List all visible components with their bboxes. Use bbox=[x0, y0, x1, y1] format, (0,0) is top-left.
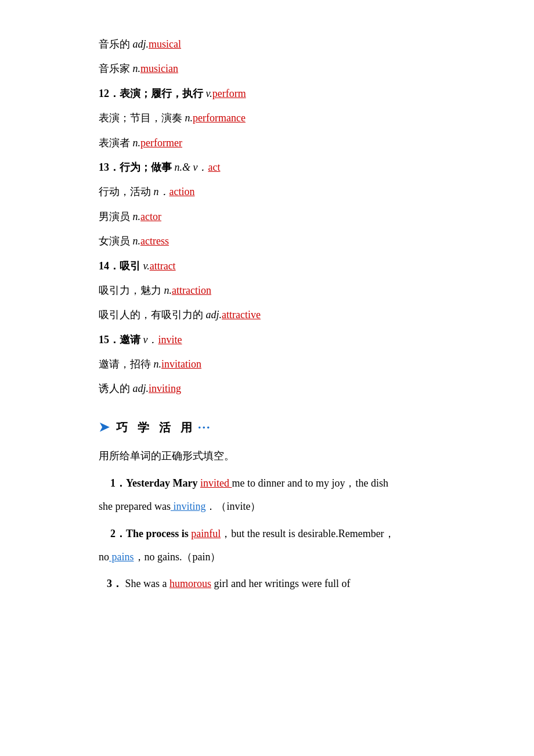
word-performer[interactable]: performer bbox=[140, 137, 182, 149]
word-inviting[interactable]: inviting bbox=[149, 383, 181, 394]
word-invitation[interactable]: invitation bbox=[161, 358, 201, 370]
exercise-1-mid: me to dinner and to my joy，the dish bbox=[232, 477, 388, 489]
exercise-1-num: 1．Yesterday Mary bbox=[110, 477, 200, 489]
chinese-text: 表演；节目，演奏 bbox=[99, 112, 182, 124]
exercise-1-answer2: inviting bbox=[171, 501, 206, 512]
exercise-intro: 用所给单词的正确形式填空。 bbox=[99, 447, 435, 465]
word-performance[interactable]: performance bbox=[193, 112, 246, 124]
entry-attract: 14．吸引 v.attract bbox=[99, 257, 435, 275]
entry-attractive: 吸引人的，有吸引力的 adj.attractive bbox=[99, 305, 435, 324]
exercise-1-answer1: invited bbox=[200, 477, 232, 489]
exercise-2-answer1: painful bbox=[191, 528, 221, 539]
chinese-text: 男演员 bbox=[99, 211, 130, 222]
entry-invitation: 邀请，招待 n.invitation bbox=[99, 355, 435, 373]
pos-label: n. bbox=[164, 285, 172, 296]
pos-label: n. bbox=[133, 63, 141, 74]
word-musical[interactable]: musical bbox=[149, 38, 181, 50]
word-actor[interactable]: actor bbox=[140, 211, 161, 222]
exercise-3-mid: girl and her writings were full of bbox=[211, 578, 350, 589]
exercise-2-wrap: no pains，no gains.（pain） bbox=[99, 548, 435, 566]
section-title: ➤ 巧 学 活 用 ··· bbox=[99, 416, 435, 439]
word-musician[interactable]: musician bbox=[140, 63, 178, 74]
word-act[interactable]: act bbox=[208, 161, 221, 173]
chinese-text: 音乐的 bbox=[99, 38, 130, 50]
exercise-2: 2．The process is painful，but the result … bbox=[99, 524, 435, 543]
chinese-text: 12．表演；履行，执行 bbox=[99, 88, 203, 99]
chinese-text: 邀请，招待 bbox=[99, 358, 151, 370]
chinese-text: 吸引力，魅力 bbox=[99, 285, 161, 296]
qiao-section: ➤ 巧 学 活 用 ··· bbox=[99, 416, 435, 439]
pos-label: adj. bbox=[133, 383, 149, 394]
entry-actor: 男演员 n.actor bbox=[99, 207, 435, 226]
exercise-1-wrap: she prepared was inviting．（invite） bbox=[99, 497, 435, 516]
chinese-text: 诱人的 bbox=[99, 383, 130, 394]
chinese-text: 表演者 bbox=[99, 137, 130, 149]
pos-label: n.& v． bbox=[175, 161, 208, 173]
entry-performer: 表演者 n.performer bbox=[99, 134, 435, 152]
pos-label: adj. bbox=[206, 309, 222, 321]
section-title-text: 巧 学 活 用 bbox=[116, 417, 196, 438]
pos-label: n. bbox=[133, 211, 141, 222]
exercise-2-hint: ，no gains.（pain） bbox=[134, 551, 221, 563]
exercise-1-hint: ．（invite） bbox=[205, 501, 261, 512]
pos-label: adj. bbox=[133, 38, 149, 50]
word-attractive[interactable]: attractive bbox=[222, 309, 261, 321]
exercise-2-answer2: pains bbox=[109, 551, 134, 563]
exercise-2-num: 2．The process is bbox=[110, 528, 191, 539]
exercise-1: 1．Yesterday Mary invited me to dinner an… bbox=[99, 474, 435, 492]
entry-invite: 15．邀请 v．invite bbox=[99, 330, 435, 349]
entry-musical: 音乐的 adj.musical bbox=[99, 35, 435, 53]
intro-text: 用所给单词的正确形式填空。 bbox=[99, 450, 234, 462]
word-attract[interactable]: attract bbox=[150, 260, 176, 272]
word-invite[interactable]: invite bbox=[158, 334, 182, 345]
entry-action: 行动，活动 n．action bbox=[99, 182, 435, 201]
word-actress[interactable]: actress bbox=[140, 235, 169, 247]
exercise-2-mid: ，but the result is desirable.Remember， bbox=[221, 528, 394, 539]
entry-musician: 音乐家 n.musician bbox=[99, 59, 435, 78]
pos-label: n. bbox=[133, 137, 141, 149]
entry-attraction: 吸引力，魅力 n.attraction bbox=[99, 281, 435, 300]
section-arrow: ➤ bbox=[99, 416, 113, 439]
exercise-3-text: She was a bbox=[122, 578, 169, 589]
section-dots: ··· bbox=[198, 416, 211, 439]
exercise-3: 3． She was a humorous girl and her writi… bbox=[99, 574, 435, 593]
entry-perform: 12．表演；履行，执行 v.perform bbox=[99, 84, 435, 103]
word-perform[interactable]: perform bbox=[212, 88, 246, 99]
pos-label: n. bbox=[154, 358, 162, 370]
chinese-text: 13．行为；做事 bbox=[99, 161, 175, 173]
word-action[interactable]: action bbox=[169, 186, 195, 197]
entry-act: 13．行为；做事 n.& v．act bbox=[99, 158, 435, 177]
entry-performance: 表演；节目，演奏 n.performance bbox=[99, 109, 435, 127]
entry-actress: 女演员 n.actress bbox=[99, 232, 435, 250]
chinese-text: 15．邀请 bbox=[99, 334, 140, 345]
pos-label: n. bbox=[133, 235, 141, 247]
pos-label: v. bbox=[143, 260, 150, 272]
pos-label: n． bbox=[154, 186, 169, 197]
chinese-text: 女演员 bbox=[99, 235, 130, 247]
exercise-3-answer1: humorous bbox=[169, 578, 211, 589]
pos-label: n. bbox=[185, 112, 193, 124]
chinese-text: 行动，活动 bbox=[99, 186, 151, 197]
chinese-text: 14．吸引 bbox=[99, 260, 140, 272]
exercise-1-wrap-text: she prepared was bbox=[99, 501, 171, 512]
word-attraction[interactable]: attraction bbox=[172, 285, 211, 296]
pos-label: v． bbox=[143, 334, 158, 345]
exercise-2-wrap-text: no bbox=[99, 551, 109, 563]
exercise-3-num: 3． bbox=[107, 578, 122, 589]
chinese-text: 音乐家 bbox=[99, 63, 130, 74]
entry-inviting: 诱人的 adj.inviting bbox=[99, 379, 435, 398]
chinese-text: 吸引人的，有吸引力的 bbox=[99, 309, 203, 321]
pos-label: v. bbox=[206, 88, 212, 99]
